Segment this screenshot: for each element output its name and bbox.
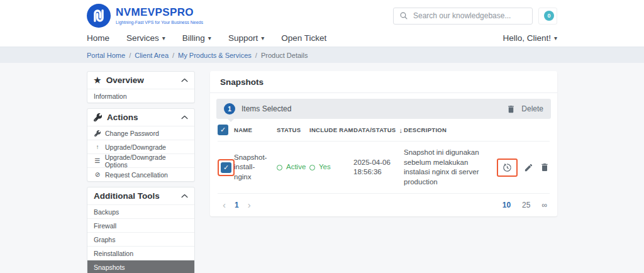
selection-bar: 1 Items Selected Delete — [216, 99, 551, 119]
breadcrumb-band: Portal Home / Client Area / My Products … — [0, 47, 644, 63]
status-dot-icon — [277, 165, 282, 170]
row-actions — [497, 159, 550, 177]
pagination: ‹ 1 › 10 25 ∞ — [210, 194, 557, 216]
ban-icon: ⊘ — [94, 171, 101, 178]
sidebar-item-firewall[interactable]: Firewall — [87, 218, 194, 232]
wrench-icon — [94, 113, 102, 121]
sidebar-card-additional-tools: Additional Tools Backups Firewall Graphs… — [87, 187, 195, 273]
column-header-data-status[interactable]: DATA/STATUS ↓ — [353, 126, 404, 134]
delete-selected-button[interactable]: Delete — [506, 104, 543, 114]
sidebar-item-information[interactable]: Information — [87, 89, 194, 103]
sidebar-item-snapshots[interactable]: Snapshots — [87, 260, 194, 273]
sidebar-item-graphs[interactable]: Graphs — [87, 232, 194, 246]
trash-icon — [506, 104, 516, 114]
nav-support[interactable]: Support ▾ — [228, 33, 264, 43]
column-header-include-ram[interactable]: INCLUDE RAM — [309, 126, 353, 133]
star-icon: ★ — [94, 76, 101, 84]
caret-down-icon: ▾ — [208, 35, 211, 42]
logo-name: NVMEVPSPRO — [116, 7, 203, 19]
nav-billing[interactable]: Billing ▾ — [182, 33, 211, 43]
logo-icon — [87, 4, 111, 28]
snapshots-table: ✓ NAME STATUS INCLUDE RAM DATA/STATUS ↓ … — [210, 119, 557, 194]
sidebar-header-additional-tools[interactable]: Additional Tools — [87, 187, 194, 204]
caret-down-icon: ▾ — [261, 35, 264, 42]
cell-date-status: 2025-04-06 18:56:36 — [353, 158, 404, 177]
annotation-box-restore — [497, 159, 518, 177]
check-icon: ✓ — [223, 164, 229, 172]
snapshots-panel: Snapshots 1 Items Selected Delete — [210, 71, 557, 216]
breadcrumb: Portal Home / Client Area / My Products … — [87, 47, 557, 63]
sidebar-item-change-password[interactable]: Change Password — [87, 126, 194, 140]
edit-snapshot-icon[interactable] — [524, 163, 533, 172]
sidebar-item-upgrade-downgrade-options[interactable]: ☰ Upgrade/Downgrade Options — [87, 153, 194, 167]
logo[interactable]: NVMEVPSPRO Lightning-Fast VPS for Your B… — [87, 4, 203, 28]
sort-descending-icon: ↓ — [399, 126, 403, 134]
breadcrumb-client-area[interactable]: Client Area — [135, 52, 169, 59]
sidebar-item-request-cancellation[interactable]: ⊘ Request Cancellation — [87, 167, 194, 181]
list-icon: ☰ — [94, 157, 101, 164]
top-header: NVMEVPSPRO Lightning-Fast VPS for Your B… — [0, 0, 644, 31]
restore-snapshot-icon[interactable] — [502, 162, 513, 173]
nav-home[interactable]: Home — [87, 33, 109, 43]
column-header-name[interactable]: NAME — [234, 126, 277, 133]
selected-label: Items Selected — [242, 104, 291, 113]
page-size-10[interactable]: 10 — [502, 201, 511, 209]
search-icon — [399, 11, 408, 20]
page-size-25[interactable]: 25 — [522, 201, 530, 209]
main-nav: Home Services ▾ Billing ▾ Support ▾ Open… — [0, 31, 644, 47]
logo-tagline: Lightning-Fast VPS for Your Business Nee… — [116, 20, 203, 25]
breadcrumb-my-products[interactable]: My Products & Services — [178, 52, 252, 59]
cell-status: Active — [277, 162, 309, 172]
column-header-status[interactable]: STATUS — [277, 126, 309, 133]
chevron-up-icon — [181, 78, 188, 82]
status-dot-icon — [309, 165, 315, 170]
chevron-up-icon — [181, 194, 188, 198]
column-header-description[interactable]: DESCRIPTION — [404, 126, 497, 133]
delete-snapshot-icon[interactable] — [540, 162, 550, 172]
breadcrumb-portal-home[interactable]: Portal Home — [87, 52, 125, 59]
sidebar-card-actions: Actions Change Password ↑ Upgrade/Downgr… — [87, 108, 195, 182]
selected-count-badge: 1 — [224, 103, 235, 114]
search-input[interactable] — [413, 11, 526, 20]
notifications-button[interactable]: 0 — [538, 8, 557, 25]
sidebar-item-backups[interactable]: Backups — [87, 204, 194, 218]
caret-down-icon: ▾ — [554, 35, 557, 42]
wrench-icon — [94, 130, 101, 136]
table-row: ✓ Snapshot-install-nginx Active Yes — [218, 142, 550, 194]
account-menu[interactable]: Hello, Client! ▾ — [502, 33, 557, 43]
select-all-checkbox[interactable]: ✓ — [218, 125, 228, 135]
sidebar-card-overview: ★ Overview Information — [87, 71, 195, 103]
selection-bar-notch — [228, 119, 234, 122]
page-size-unlimited[interactable]: ∞ — [541, 201, 547, 209]
nav-open-ticket[interactable]: Open Ticket — [281, 33, 326, 43]
cell-name: Snapshot-install-nginx — [234, 153, 277, 182]
table-header-row: ✓ NAME STATUS INCLUDE RAM DATA/STATUS ↓ … — [218, 119, 550, 142]
sidebar-item-upgrade-downgrade[interactable]: ↑ Upgrade/Downgrade — [87, 140, 194, 153]
page-number[interactable]: 1 — [235, 201, 239, 209]
previous-page-icon[interactable]: ‹ — [220, 199, 228, 210]
annotation-box-checkbox: ✓ — [218, 159, 235, 176]
arrow-up-icon: ↑ — [94, 143, 101, 150]
sidebar-header-overview[interactable]: ★ Overview — [87, 72, 194, 89]
breadcrumb-current: Product Details — [261, 52, 308, 59]
page: NVMEVPSPRO Lightning-Fast VPS for Your B… — [0, 0, 644, 273]
nav-services[interactable]: Services ▾ — [126, 33, 165, 43]
row-checkbox[interactable]: ✓ — [221, 162, 231, 173]
cell-description: Snapshot ini digunakan sebelum melakukan… — [404, 148, 497, 187]
sidebar: ★ Overview Information Actions — [87, 71, 195, 273]
check-icon: ✓ — [220, 126, 226, 134]
caret-down-icon: ▾ — [162, 35, 165, 42]
knowledgebase-search[interactable] — [393, 8, 533, 25]
sidebar-item-reinstallation[interactable]: Reinstallation — [87, 246, 194, 260]
cell-include-ram: Yes — [309, 162, 353, 172]
notification-count-badge: 0 — [544, 11, 554, 21]
panel-title: Snapshots — [210, 71, 557, 93]
chevron-up-icon — [181, 115, 188, 120]
sidebar-header-actions[interactable]: Actions — [87, 109, 194, 126]
next-page-icon[interactable]: › — [245, 199, 253, 210]
